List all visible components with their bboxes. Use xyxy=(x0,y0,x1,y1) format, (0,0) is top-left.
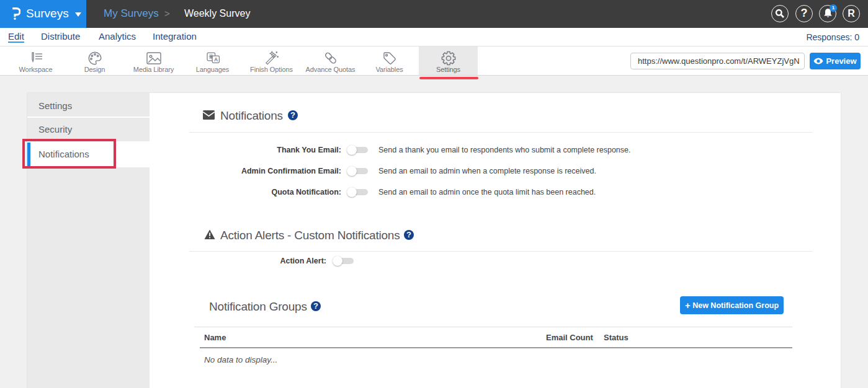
svg-text:A: A xyxy=(214,56,218,63)
